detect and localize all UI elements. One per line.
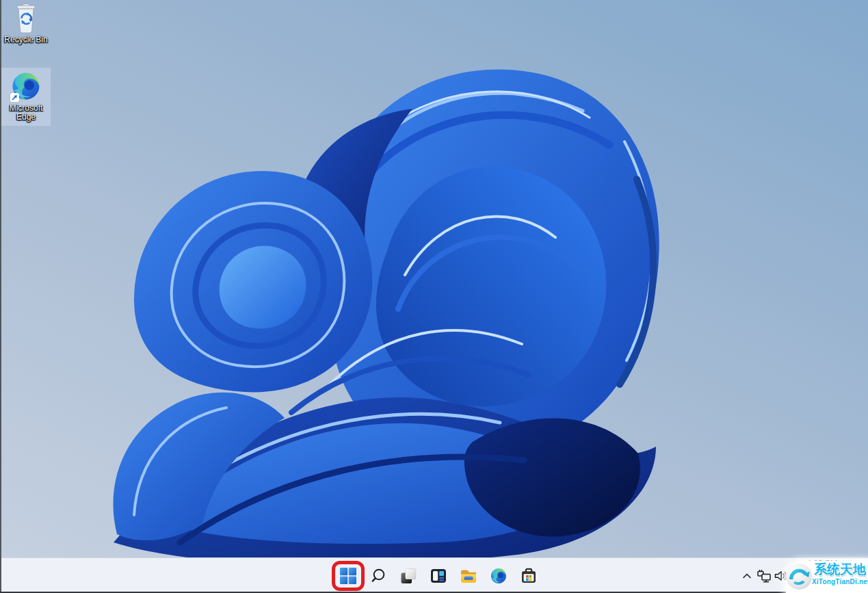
tray-chevron-button[interactable] bbox=[739, 568, 755, 584]
overlapping-squares-icon bbox=[399, 567, 417, 585]
start-button[interactable] bbox=[333, 561, 363, 591]
widgets-board-icon bbox=[430, 567, 447, 585]
chevron-up-icon bbox=[739, 568, 755, 584]
edge-taskbar-button[interactable] bbox=[484, 561, 514, 591]
watermark-subtitle: XiTongTianDi.net bbox=[812, 578, 868, 586]
microsoft-edge-label: Microsoft Edge bbox=[1, 104, 51, 122]
windows-logo-icon bbox=[339, 567, 357, 585]
magnifier-icon bbox=[369, 567, 387, 585]
watermark-swirl-logo-icon bbox=[784, 562, 814, 592]
taskbar-center-group bbox=[333, 561, 544, 591]
recycle-bin-label: Recycle Bin bbox=[1, 36, 51, 44]
desktop[interactable]: Recycle Bin bbox=[0, 0, 868, 593]
file-explorer-button[interactable] bbox=[453, 561, 484, 591]
desktop-icon-recycle-bin[interactable]: Recycle Bin bbox=[1, 2, 51, 44]
desktop-icon-microsoft-edge[interactable]: Microsoft Edge bbox=[1, 68, 51, 126]
yellow-folder-icon bbox=[460, 567, 477, 585]
watermark-title: 系统天地 bbox=[812, 562, 868, 578]
network-tray-button[interactable] bbox=[756, 568, 772, 584]
shortcut-arrow-icon bbox=[10, 93, 19, 102]
search-button[interactable] bbox=[363, 561, 393, 591]
task-view-button[interactable] bbox=[393, 561, 423, 591]
site-watermark: 系统天地 XiTongTianDi.net bbox=[786, 561, 868, 593]
widgets-button[interactable] bbox=[423, 561, 453, 591]
edge-icon bbox=[490, 567, 508, 585]
recycle-bin-icon bbox=[12, 2, 40, 34]
bloom-wallpaper-image bbox=[0, 0, 868, 593]
screenshot-left-border bbox=[0, 0, 1, 593]
store-button[interactable] bbox=[514, 561, 544, 591]
shopping-bag-icon bbox=[520, 567, 538, 585]
ethernet-monitor-icon bbox=[756, 568, 772, 584]
taskbar bbox=[0, 557, 868, 593]
